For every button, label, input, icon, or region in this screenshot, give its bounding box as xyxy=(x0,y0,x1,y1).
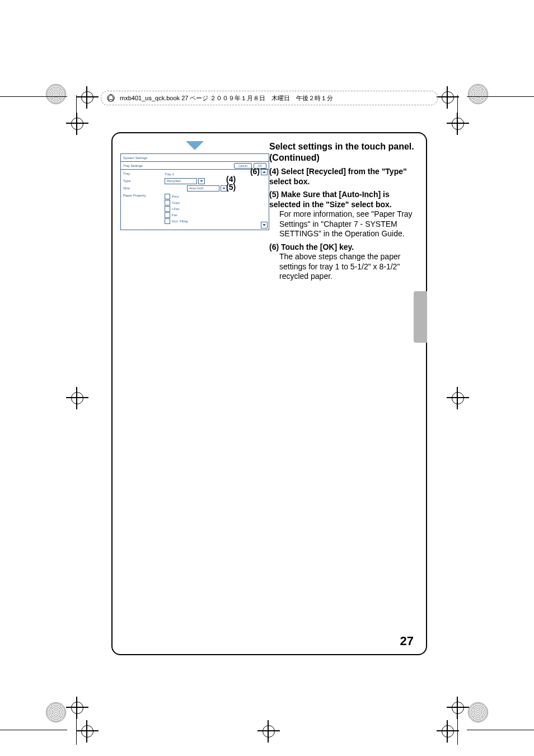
touch-panel-screenshot: System Settings Tray Settings Cancel OK … xyxy=(120,153,269,230)
label-type: Type: xyxy=(123,179,162,183)
crop-header-text: mxb401_us_qck.book 27 ページ ２００９年１月８日 木曜日 … xyxy=(120,95,333,101)
check-print[interactable]: Print xyxy=(165,194,266,199)
page-number: 27 xyxy=(400,634,414,648)
page-frame: System Settings Tray Settings Cancel OK … xyxy=(111,132,427,655)
step-6-detail: The above steps change the paper setting… xyxy=(279,252,418,282)
section-heading: Select settings in the touch panel. (Con… xyxy=(269,141,418,164)
type-select[interactable]: Recycled xyxy=(165,178,197,184)
label-size: Size: xyxy=(123,186,162,190)
check-docfiling[interactable]: Doc. Filing xyxy=(165,218,266,224)
scroll-up-icon[interactable] xyxy=(261,169,268,175)
continuation-arrow-icon xyxy=(186,141,204,150)
step-5: (5) Make Sure that [Auto-Inch] is select… xyxy=(269,190,418,209)
panel-title-1: System Settings xyxy=(123,156,147,160)
panel-title-2: Tray Settings xyxy=(123,164,143,167)
size-select[interactable]: Auto-Inch xyxy=(187,185,219,192)
label-tray: Tray: xyxy=(123,172,162,175)
step-6: (6) Touch the [OK] key. xyxy=(269,242,418,253)
scroll-down-icon[interactable] xyxy=(261,222,268,228)
bookmark-icon xyxy=(107,94,115,102)
step-4: (4) Select [Recycled] from the "Type" se… xyxy=(269,167,418,186)
callout-4: (4) xyxy=(226,175,236,183)
callout-6: (6) xyxy=(250,167,260,175)
cancel-button[interactable]: Cancel xyxy=(234,163,252,169)
check-ifax[interactable]: I-Fax xyxy=(165,206,266,212)
check-fax[interactable]: Fax xyxy=(165,212,266,218)
label-paper-property: Paper Property: xyxy=(123,194,162,197)
check-copy[interactable]: Copy xyxy=(165,200,266,206)
crop-header: mxb401_us_qck.book 27 ページ ２００９年１月８日 木曜日 … xyxy=(101,91,438,105)
type-select-dropdown-icon[interactable] xyxy=(198,178,205,184)
step-5-detail: For more information, see "Paper Tray Se… xyxy=(279,209,418,239)
section-tab xyxy=(414,291,427,343)
callout-5: (5) xyxy=(226,183,236,191)
